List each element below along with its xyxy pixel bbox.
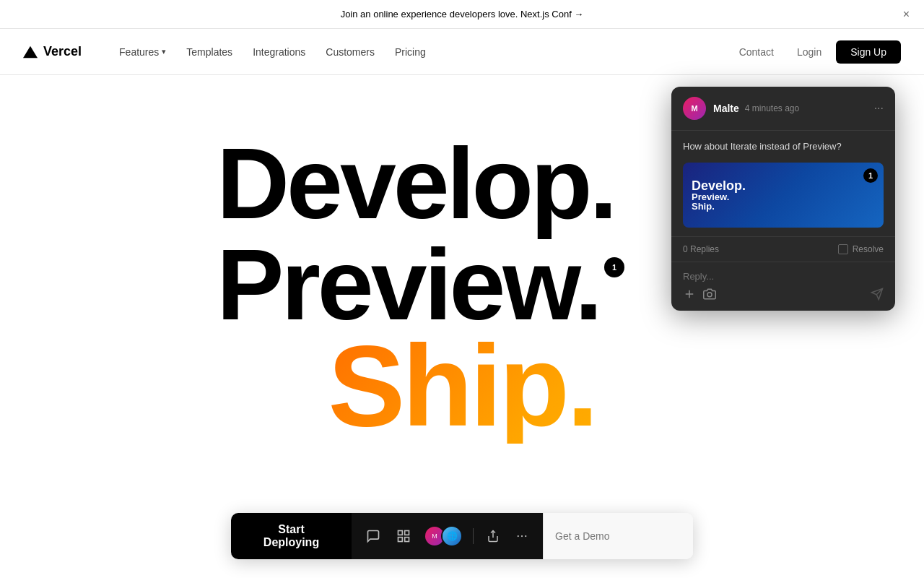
comment-header: M Malte 4 minutes ago ··· [671, 87, 895, 131]
svg-point-7 [525, 535, 526, 537]
svg-rect-3 [398, 538, 403, 542]
navigation: Vercel Features ▾ Templates Integrations… [0, 29, 924, 75]
nav-features[interactable]: Features ▾ [110, 42, 175, 62]
send-icon [871, 288, 884, 301]
signup-button[interactable]: Sign Up [836, 40, 901, 64]
toolbar-divider [473, 528, 474, 544]
nav-pricing[interactable]: Pricing [386, 42, 435, 62]
comment-icon-button[interactable] [363, 526, 383, 546]
comment-icon [366, 529, 380, 543]
comment-preview: Develop. Preview. Ship. 1 [683, 163, 884, 228]
comment-annotation-dot[interactable]: 1 [604, 257, 624, 277]
toolbar-panel: M 🌐 [352, 513, 543, 559]
announcement-close-button[interactable]: × [903, 9, 910, 20]
login-button[interactable]: Login [788, 42, 830, 62]
chevron-down-icon: ▾ [162, 47, 166, 56]
demo-input[interactable] [543, 513, 693, 559]
start-deploying-button[interactable]: Start Deploying [231, 513, 352, 559]
preview-badge: 1 [863, 168, 878, 183]
bottom-cta-row: Start Deploying M 🌐 [231, 513, 693, 559]
nav-customers[interactable]: Customers [317, 42, 383, 62]
resolve-checkbox-icon [838, 244, 848, 254]
logo[interactable]: Vercel [23, 44, 82, 59]
vercel-logo-icon [23, 45, 38, 59]
svg-point-6 [521, 535, 523, 537]
add-image-button[interactable] [703, 288, 716, 303]
comment-footer: 0 Replies Resolve [671, 236, 895, 262]
nav-templates[interactable]: Templates [178, 42, 241, 62]
comment-popup: M Malte 4 minutes ago ··· How about Iter… [671, 87, 895, 311]
logo-text: Vercel [43, 44, 82, 59]
svg-point-5 [518, 535, 519, 537]
preview-text-ship: Ship. [692, 202, 875, 211]
announcement-link[interactable]: Join an online experience developers lov… [341, 9, 584, 20]
nav-left: Vercel Features ▾ Templates Integrations… [23, 42, 435, 62]
add-attachment-button[interactable] [683, 288, 696, 303]
svg-rect-1 [405, 531, 409, 535]
more-icon-button[interactable] [513, 527, 531, 545]
comment-menu-button[interactable]: ··· [874, 102, 884, 115]
comment-timestamp: 4 minutes ago [745, 103, 799, 113]
reply-input[interactable] [683, 271, 884, 282]
hero-line-ship: Ship. [0, 328, 924, 444]
comment-author-avatar: M [683, 97, 706, 120]
comment-author-name: Malte [713, 103, 739, 114]
comment-body: How about Iterate instead of Preview? De… [671, 131, 895, 236]
avatar-stack: M 🌐 [424, 525, 463, 547]
layout-icon-button[interactable] [393, 526, 414, 546]
preview-text-preview: Preview. [692, 192, 875, 202]
replies-count: 0 Replies [683, 244, 719, 254]
share-icon [487, 530, 500, 543]
svg-rect-0 [398, 531, 403, 535]
preview-text-develop: Develop. [692, 179, 875, 192]
announcement-bar: Join an online experience developers lov… [0, 0, 924, 29]
svg-point-10 [707, 292, 712, 296]
reply-actions [683, 288, 884, 303]
layout-icon [396, 529, 411, 543]
resolve-button[interactable]: Resolve [838, 244, 884, 254]
svg-rect-2 [405, 538, 409, 542]
camera-icon [703, 288, 716, 301]
share-icon-button[interactable] [484, 527, 502, 545]
nav-integrations[interactable]: Integrations [244, 42, 314, 62]
comment-reply-area [671, 262, 895, 311]
send-reply-button[interactable] [871, 288, 884, 303]
contact-button[interactable]: Contact [731, 42, 783, 62]
plus-icon [683, 288, 696, 301]
comment-preview-image: Develop. Preview. Ship. [683, 163, 884, 228]
comment-dot-badge: 1 [604, 257, 624, 277]
nav-right: Contact Login Sign Up [731, 40, 901, 64]
avatar-2: 🌐 [441, 525, 463, 547]
more-icon [515, 530, 528, 543]
comment-text: How about Iterate instead of Preview? [683, 139, 884, 154]
nav-links: Features ▾ Templates Integrations Custom… [110, 42, 435, 62]
